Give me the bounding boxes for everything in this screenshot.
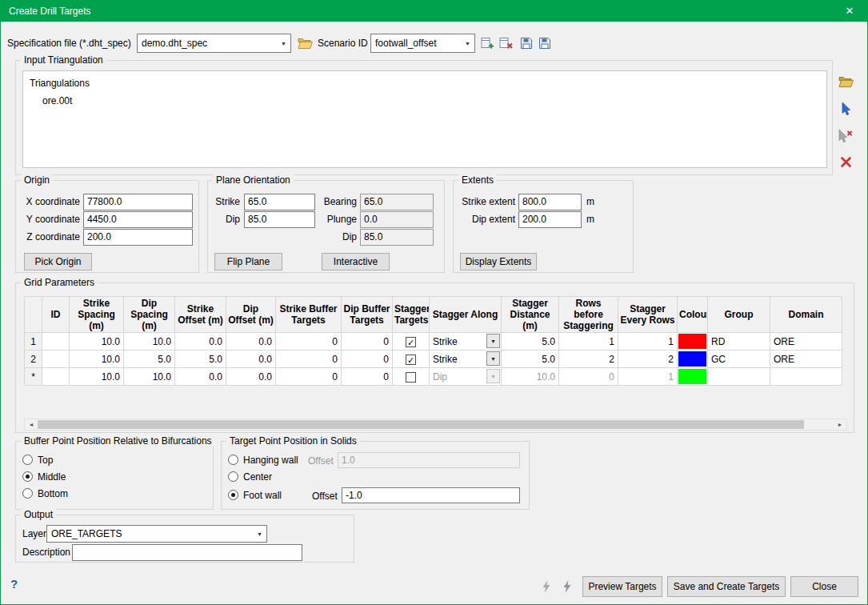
grid-column-header-rows_before_staggering[interactable]: Rows before Staggering — [559, 297, 618, 333]
grid-cell-stagger_targets[interactable] — [393, 368, 430, 386]
grid-column-header-dip_buffer_targets[interactable]: Dip Buffer Targets — [342, 297, 393, 333]
interactive-button[interactable]: Interactive — [322, 253, 390, 270]
grid-column-header-colour[interactable]: Colour — [678, 297, 708, 333]
display-extents-button[interactable]: Display Extents — [460, 253, 537, 270]
x-coordinate-field[interactable]: 77800.0 — [83, 194, 193, 210]
grid-column-header-id[interactable]: ID — [42, 297, 70, 333]
grid-cell-stagger_targets[interactable]: ✓ — [393, 333, 430, 351]
grid-cell-colour[interactable] — [678, 351, 708, 368]
grid-cell-rows_before_staggering[interactable]: 2 — [559, 351, 618, 368]
save-scenario-icon[interactable] — [519, 36, 534, 50]
save-and-create-targets-button[interactable]: Save and Create Targets — [667, 576, 786, 597]
grid-column-header-stagger_targets[interactable]: Stagger Targets — [393, 297, 430, 333]
grid-cell-strike_spacing[interactable]: 10.0 — [70, 368, 124, 386]
dropdown-arrow-icon[interactable]: ▼ — [486, 334, 500, 348]
grid-cell-group[interactable] — [708, 368, 770, 386]
foot-wall-radio[interactable] — [228, 490, 238, 500]
grid-cell-dip_spacing[interactable]: 10.0 — [124, 333, 175, 351]
layer-combo[interactable]: ORE_TARGETS ▼ — [46, 525, 267, 543]
grid-column-header-stagger_along[interactable]: Stagger Along — [430, 297, 502, 333]
grid-column-header-stagger_distance[interactable]: Stagger Distance (m) — [502, 297, 559, 333]
stagger-targets-checkbox[interactable]: ✓ — [406, 355, 416, 365]
chevron-down-icon[interactable]: ▼ — [461, 41, 474, 46]
delete-scenario-icon[interactable] — [498, 36, 513, 50]
grid-cell-stagger_distance[interactable]: 5.0 — [502, 333, 559, 351]
dip-field[interactable]: 85.0 — [244, 211, 315, 228]
grid-horizontal-scrollbar[interactable]: ◄ ► — [24, 419, 847, 431]
grid-cell-dip_spacing[interactable]: 10.0 — [124, 368, 175, 386]
grid-cell-domain[interactable]: ORE — [770, 351, 842, 368]
grid-row-header[interactable]: * — [25, 368, 42, 386]
grid-cell-strike_buffer_targets[interactable]: 0 — [276, 351, 342, 368]
stagger-targets-checkbox[interactable]: ✓ — [406, 337, 416, 347]
colour-swatch[interactable] — [678, 334, 706, 349]
colour-swatch[interactable] — [678, 351, 706, 367]
open-spec-folder-icon[interactable] — [296, 36, 314, 50]
grid-row-header[interactable]: 2 — [25, 351, 42, 368]
foot-offset-field[interactable]: -1.0 — [342, 487, 520, 503]
scroll-left-icon[interactable]: ◄ — [26, 420, 37, 429]
grid-cell-strike_buffer_targets[interactable]: 0 — [276, 368, 342, 386]
grid-column-header-strike_offset[interactable]: Strike Offset (m) — [175, 297, 226, 333]
grid-cell-stagger_distance[interactable]: 10.0 — [502, 368, 559, 386]
grid-cell-stagger_every_rows[interactable]: 1 — [618, 333, 678, 351]
close-icon[interactable]: ✕ — [832, 1, 867, 22]
grid-cell-group[interactable]: GC — [708, 351, 770, 368]
triangulation-list[interactable]: Triangulations ore.00t — [22, 70, 827, 168]
grid-cell-dip_offset[interactable]: 0.0 — [226, 351, 276, 368]
grid-column-header-domain[interactable]: Domain — [770, 297, 842, 333]
grid-cell-stagger_targets[interactable]: ✓ — [393, 351, 430, 368]
browse-triangulation-folder-icon[interactable] — [837, 74, 854, 89]
scrollbar-thumb[interactable] — [38, 420, 804, 429]
strike-extent-field[interactable]: 800.0 — [518, 194, 582, 210]
auto-update-lightning-icon[interactable] — [540, 579, 553, 594]
grid-cell-dip_offset[interactable]: 0.0 — [226, 368, 276, 386]
grid-cell-rows_before_staggering[interactable]: 0 — [559, 368, 618, 386]
dip-extent-field[interactable]: 200.0 — [518, 211, 582, 228]
close-button[interactable]: Close — [790, 576, 858, 597]
strike-field[interactable]: 65.0 — [244, 194, 315, 210]
z-coordinate-field[interactable]: 200.0 — [83, 229, 193, 246]
grid-cell-stagger_along[interactable]: Strike▼ — [430, 333, 502, 351]
grid-cell-dip_buffer_targets[interactable]: 0 — [342, 368, 393, 386]
grid-cell-strike_offset[interactable]: 0.0 — [175, 368, 226, 386]
grid-cell-dip_buffer_targets[interactable]: 0 — [342, 351, 393, 368]
hanging-wall-radio[interactable] — [228, 455, 238, 465]
dropdown-arrow-icon[interactable]: ▼ — [486, 351, 500, 366]
grid-cell-colour[interactable] — [678, 368, 708, 386]
tree-root-triangulations[interactable]: Triangulations — [23, 77, 826, 90]
grid-cell-dip_offset[interactable]: 0.0 — [226, 333, 276, 351]
add-scenario-icon[interactable] — [480, 36, 494, 50]
remove-all-icon[interactable] — [839, 155, 852, 168]
scenario-id-combo[interactable]: footwall_offset ▼ — [370, 34, 475, 53]
grid-column-header-strike_spacing[interactable]: Strike Spacing (m) — [70, 297, 124, 333]
grid-cell-strike_buffer_targets[interactable]: 0 — [276, 333, 342, 351]
tree-item-ore-file[interactable]: ore.00t — [23, 94, 826, 107]
chevron-down-icon[interactable]: ▼ — [277, 41, 290, 46]
chevron-down-icon[interactable]: ▼ — [253, 531, 266, 537]
top-radio[interactable] — [22, 455, 33, 465]
stagger-targets-checkbox[interactable] — [406, 372, 416, 383]
grid-cell-group[interactable]: RD — [708, 333, 770, 351]
scroll-right-icon[interactable]: ► — [834, 420, 846, 429]
grid-cell-colour[interactable] — [678, 333, 708, 351]
grid-cell-stagger_every_rows[interactable]: 2 — [618, 351, 678, 368]
grid-cell-strike_offset[interactable]: 0.0 — [175, 333, 226, 351]
colour-swatch[interactable] — [678, 369, 706, 384]
grid-cell-id[interactable] — [42, 368, 70, 386]
grid-cell-dip_spacing[interactable]: 5.0 — [124, 351, 175, 368]
preview-targets-button[interactable]: Preview Targets — [582, 576, 662, 597]
save-as-scenario-icon[interactable] — [538, 36, 552, 50]
grid-column-header-dip_offset[interactable]: Dip Offset (m) — [226, 297, 276, 333]
flip-plane-button[interactable]: Flip Plane — [214, 253, 282, 270]
grid-cell-dip_buffer_targets[interactable]: 0 — [342, 333, 393, 351]
grid-row-header[interactable]: 1 — [25, 333, 42, 351]
dropdown-arrow-icon[interactable]: ▼ — [486, 369, 500, 383]
deselect-pointer-icon[interactable] — [837, 129, 853, 143]
run-lightning-icon[interactable] — [561, 579, 574, 594]
middle-radio[interactable] — [22, 471, 33, 482]
grid-cell-stagger_along[interactable]: Strike▼ — [430, 351, 502, 368]
grid-cell-id[interactable] — [42, 333, 70, 351]
grid-cell-domain[interactable]: ORE — [770, 333, 842, 351]
grid-cell-stagger_along[interactable]: Dip▼ — [430, 368, 502, 386]
